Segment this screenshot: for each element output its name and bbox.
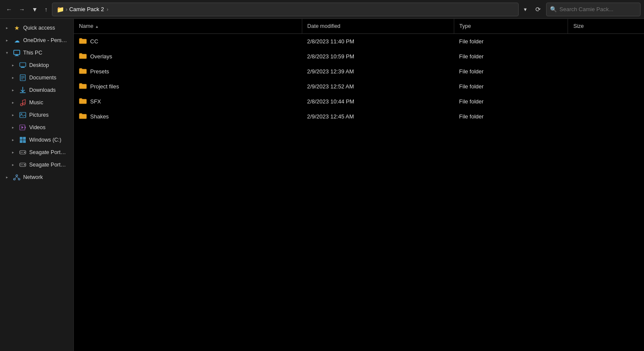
sidebar-item-quick-access[interactable]: ▸★Quick access xyxy=(2,22,72,34)
file-name: Overlays xyxy=(90,53,112,60)
address-dropdown-button[interactable]: ▼ xyxy=(520,5,530,14)
file-type: File folder xyxy=(454,94,568,109)
sidebar-label-downloads: Downloads xyxy=(29,87,56,93)
folder-icon xyxy=(79,37,87,45)
svg-rect-13 xyxy=(20,112,26,118)
sidebar-label-this-pc: This PC xyxy=(23,50,42,56)
column-header-date_modified[interactable]: Date modified xyxy=(302,19,454,34)
sidebar-item-desktop[interactable]: ▸Desktop xyxy=(2,59,72,71)
sidebar-label-onedrive: OneDrive - Personal xyxy=(23,37,68,43)
forward-button[interactable]: → xyxy=(16,4,27,15)
sidebar-item-this-pc[interactable]: ▾This PC xyxy=(2,47,72,59)
file-type: File folder xyxy=(454,79,568,94)
breadcrumb-arrow: › xyxy=(106,6,108,12)
svg-point-11 xyxy=(21,104,23,106)
file-type: File folder xyxy=(454,34,568,49)
file-size xyxy=(568,49,644,64)
sidebar-label-videos: Videos xyxy=(29,124,46,130)
star-icon: ★ xyxy=(13,24,21,32)
sidebar-item-windows-c[interactable]: ▸Windows (C:) xyxy=(2,134,72,146)
chevron-icon-network: ▸ xyxy=(6,175,10,179)
content-area: Name▲Date modifiedTypeSize CC2/8/2023 11… xyxy=(74,19,644,351)
breadcrumb-current: Camie Pack 2 xyxy=(69,6,104,12)
table-row[interactable]: Overlays2/8/2023 10:59 PMFile folder xyxy=(74,49,644,64)
sidebar-label-music: Music xyxy=(29,100,43,106)
svg-rect-1 xyxy=(15,55,18,56)
file-size xyxy=(568,64,644,79)
file-type: File folder xyxy=(454,49,568,64)
search-input[interactable] xyxy=(559,6,637,12)
address-bar[interactable]: 📁 › Camie Pack 2 › xyxy=(52,3,519,16)
column-header-name[interactable]: Name▲ xyxy=(74,19,302,34)
table-row[interactable]: SFX2/8/2023 10:44 PMFile folder xyxy=(74,94,644,109)
svg-marker-17 xyxy=(21,126,24,129)
sidebar-label-seagate2: Seagate Portable Driv... xyxy=(29,162,68,168)
sidebar-item-music[interactable]: ▸Music xyxy=(2,97,72,109)
sidebar-label-seagate1: Seagate Portable Dr... xyxy=(29,149,68,155)
column-header-type[interactable]: Type xyxy=(454,19,568,34)
file-list-body: CC2/8/2023 11:40 PMFile folder Overlays2… xyxy=(74,34,644,124)
search-icon: 🔍 xyxy=(550,6,557,12)
chevron-icon-this-pc: ▾ xyxy=(6,51,10,55)
search-bar[interactable]: 🔍 xyxy=(546,3,641,16)
file-type: File folder xyxy=(454,109,568,124)
file-date: 2/9/2023 12:45 AM xyxy=(302,109,454,124)
folder-icon xyxy=(79,67,87,76)
file-name: Presets xyxy=(90,68,109,75)
svg-point-26 xyxy=(24,164,25,166)
sidebar-item-seagate2[interactable]: ▸Seagate Portable Driv... xyxy=(2,159,72,171)
sidebar-item-videos[interactable]: ▸Videos xyxy=(2,121,72,133)
sidebar-item-pictures[interactable]: ▸Pictures xyxy=(2,109,72,121)
file-size xyxy=(568,34,644,49)
main-layout: ▸★Quick access▸☁OneDrive - Personal▾This… xyxy=(0,19,644,351)
table-row[interactable]: Shakes2/9/2023 12:45 AMFile folder xyxy=(74,109,644,124)
svg-rect-2 xyxy=(15,56,19,56)
chevron-icon-windows-c: ▸ xyxy=(12,138,16,142)
sidebar-item-network[interactable]: ▸Network xyxy=(2,171,72,183)
drive-icon xyxy=(19,148,27,156)
network-icon xyxy=(13,173,21,181)
chevron-icon-quick-access: ▸ xyxy=(6,26,10,30)
file-name: SFX xyxy=(90,98,101,105)
refresh-button[interactable]: ⟳ xyxy=(532,4,544,15)
videos-icon xyxy=(19,124,27,131)
file-size xyxy=(568,109,644,124)
sidebar-item-onedrive[interactable]: ▸☁OneDrive - Personal xyxy=(2,34,72,46)
table-row[interactable]: CC2/8/2023 11:40 PMFile folder xyxy=(74,34,644,49)
up-button[interactable]: ↑ xyxy=(42,4,50,15)
sidebar-item-seagate1[interactable]: ▸Seagate Portable Dr... xyxy=(2,146,72,158)
svg-point-23 xyxy=(24,152,25,153)
sidebar-label-documents: Documents xyxy=(29,75,56,81)
svg-rect-20 xyxy=(20,140,23,143)
file-date: 2/8/2023 11:40 PM xyxy=(302,34,454,49)
folder-icon xyxy=(79,97,87,106)
sidebar-item-documents[interactable]: ▸Documents xyxy=(2,72,72,84)
table-row[interactable]: Presets2/9/2023 12:39 AMFile folder xyxy=(74,64,644,79)
file-name: CC xyxy=(90,38,98,45)
chevron-icon-onedrive: ▸ xyxy=(6,38,10,42)
svg-marker-16 xyxy=(25,126,26,129)
back-button[interactable]: ← xyxy=(3,4,15,15)
sidebar-item-downloads[interactable]: ▸Downloads xyxy=(2,84,72,96)
chevron-icon-music: ▸ xyxy=(12,100,16,105)
folder-icon xyxy=(79,82,87,91)
chevron-icon-seagate2: ▸ xyxy=(12,163,16,167)
sidebar-label-pictures: Pictures xyxy=(29,112,49,118)
downloads-icon xyxy=(19,86,27,94)
chevron-icon-pictures: ▸ xyxy=(12,113,16,117)
chevron-icon-documents: ▸ xyxy=(12,76,16,80)
recent-locations-button[interactable]: ▼ xyxy=(29,4,40,15)
table-row[interactable]: Project files2/9/2023 12:52 AMFile folde… xyxy=(74,79,644,94)
svg-rect-4 xyxy=(21,67,24,67)
column-header-size[interactable]: Size xyxy=(568,19,644,34)
svg-rect-3 xyxy=(20,63,26,67)
svg-point-30 xyxy=(18,179,20,180)
file-table: Name▲Date modifiedTypeSize CC2/8/2023 11… xyxy=(74,19,644,124)
file-name: Shakes xyxy=(90,113,109,120)
chevron-icon-desktop: ▸ xyxy=(12,63,16,67)
desktop-icon xyxy=(19,61,27,69)
file-date: 2/9/2023 12:52 AM xyxy=(302,79,454,94)
svg-point-29 xyxy=(14,179,15,180)
folder-icon xyxy=(79,52,87,61)
svg-rect-0 xyxy=(14,50,20,54)
